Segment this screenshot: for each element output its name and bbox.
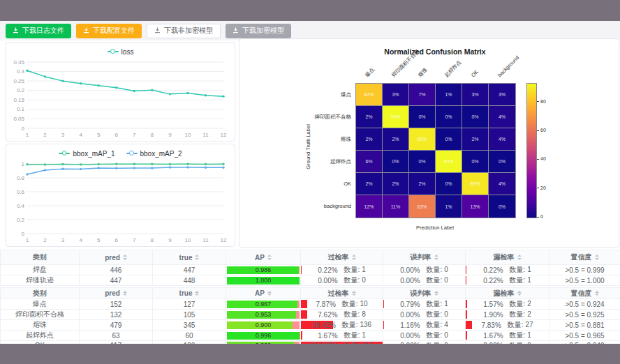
- bbox-map-chart: 00.20.40.60.81123456789101112: [6, 159, 233, 244]
- column-header-label: 类别: [33, 252, 47, 262]
- column-header-过检率[interactable]: 过检率: [301, 250, 383, 265]
- sort-caret-icon[interactable]: [434, 252, 438, 262]
- cell-confidence: >0.5 = 1.000: [549, 275, 620, 286]
- rate-count: 数量: 136: [342, 320, 371, 330]
- legend-item-loss[interactable]: loss: [108, 48, 134, 56]
- confusion-matrix-card: Normalized Confusion Matrix Ground Truth…: [239, 38, 619, 248]
- table-header-row: 类别predtrueAP过检率误判率漏检率置信度: [1, 288, 620, 299]
- rate-percent: 0.79%: [400, 301, 420, 308]
- table-row: 焊盘4464470.9860.22%数量: 10.00%数量: 00.22%数量…: [1, 265, 620, 275]
- matrix-cell: 0%: [436, 173, 462, 195]
- data-point: [26, 70, 28, 72]
- svg-text:4: 4: [79, 132, 82, 138]
- colorbar-tick: 40: [537, 156, 546, 161]
- data-point: [205, 167, 207, 169]
- matrix-cell: 6%: [356, 151, 383, 173]
- sort-caret-icon[interactable]: [517, 289, 522, 298]
- matrix-column-label: 爆点: [364, 66, 376, 79]
- cell-misjudge-rate: 0.00%数量: 0: [383, 265, 466, 275]
- sort-caret-icon[interactable]: [195, 252, 199, 262]
- svg-text:12: 12: [221, 237, 227, 243]
- matrix-cell: 2%: [356, 173, 383, 195]
- svg-text:4: 4: [79, 237, 82, 243]
- sort-caret-icon[interactable]: [195, 289, 199, 298]
- cell-miss-rate: 7.83%数量: 27: [466, 320, 549, 331]
- cell-misjudge-rate: 0.00%数量: 0: [383, 275, 466, 286]
- svg-text:5: 5: [97, 237, 101, 243]
- column-header-label: 误判率: [411, 252, 431, 262]
- matrix-row-label: 爆点: [269, 91, 351, 98]
- rate-percent: 0.00%: [400, 277, 420, 285]
- ap-value: 1.000: [227, 277, 300, 285]
- svg-text:0.8: 0.8: [17, 175, 25, 181]
- svg-text:11: 11: [202, 132, 209, 138]
- legend-item-bbox_mAP_2[interactable]: bbox_mAP_2: [126, 150, 182, 158]
- rate-count: 数量: 27: [508, 320, 533, 330]
- download-unencrypted-model-button[interactable]: 下载非加密模型: [147, 24, 221, 38]
- cell-miss-rate: 1.90%数量: 2: [466, 310, 549, 320]
- column-header-漏检率[interactable]: 漏检率: [466, 250, 549, 265]
- cell-ap: 0.967: [226, 299, 301, 310]
- ap-value: 0.996: [227, 332, 300, 340]
- column-header-AP[interactable]: AP: [226, 288, 301, 299]
- data-point: [115, 167, 117, 169]
- sort-caret-icon[interactable]: [595, 252, 599, 262]
- cell-pred: 63: [80, 331, 153, 341]
- cell-confidence: >0.5 = 0.965: [549, 331, 620, 341]
- rate-count: 数量: 1: [510, 275, 531, 285]
- matrix-row-label: 熔珠: [269, 136, 351, 143]
- cell-over-detection-rate: 1.67%数量: 1: [301, 331, 383, 341]
- data-point: [115, 163, 117, 165]
- matrix-row-label: OK: [269, 181, 351, 187]
- sort-caret-icon[interactable]: [352, 289, 356, 298]
- column-header-置信度[interactable]: 置信度: [549, 288, 620, 299]
- sort-caret-icon[interactable]: [267, 252, 272, 262]
- column-header-label: true: [179, 289, 193, 297]
- column-header-true[interactable]: true: [153, 250, 226, 265]
- data-point: [115, 86, 117, 89]
- matrix-cell: 93%: [436, 151, 462, 173]
- sort-caret-icon[interactable]: [352, 252, 356, 262]
- sort-caret-icon[interactable]: [123, 289, 127, 298]
- data-point: [169, 93, 171, 95]
- sort-caret-icon[interactable]: [267, 289, 272, 298]
- data-point: [133, 167, 135, 169]
- colorbar-tick: 80: [537, 99, 546, 104]
- column-header-置信度[interactable]: 置信度: [549, 250, 620, 265]
- matrix-cell: 0%: [489, 195, 515, 218]
- sort-caret-icon[interactable]: [517, 252, 522, 262]
- column-header-过检率[interactable]: 过检率: [301, 288, 383, 299]
- column-header-label: 过检率: [328, 252, 349, 262]
- svg-text:0.2: 0.2: [17, 217, 25, 223]
- sort-caret-icon[interactable]: [595, 289, 599, 298]
- matrix-cell: 0%: [436, 106, 462, 128]
- column-header-pred[interactable]: pred: [80, 288, 153, 299]
- rate-percent: 0.00%: [400, 266, 420, 274]
- column-header-误判率[interactable]: 误判率: [383, 288, 466, 299]
- download-config-file-button[interactable]: 下载配置文件: [76, 24, 142, 38]
- column-header-pred[interactable]: pred: [80, 250, 153, 265]
- column-header-label: 类别: [33, 289, 47, 298]
- column-header-label: 误判率: [411, 289, 431, 298]
- cell-true: 105: [153, 310, 226, 320]
- cell-pred: 152: [80, 299, 153, 310]
- matrix-column-label: OK: [470, 68, 480, 79]
- legend-item-bbox_mAP_1[interactable]: bbox_mAP_1: [59, 150, 115, 158]
- data-point: [44, 169, 46, 171]
- column-header-误判率[interactable]: 误判率: [383, 250, 466, 265]
- ap-value: 0.953: [227, 311, 300, 319]
- cell-over-detection-rate: 0.00%数量: 0: [301, 275, 383, 286]
- sort-caret-icon[interactable]: [434, 289, 438, 298]
- confusion-matrix-title: Normalized Confusion Matrix: [358, 47, 512, 56]
- matrix-cell: 3%: [462, 84, 489, 106]
- colorbar: [526, 83, 537, 218]
- column-header-true[interactable]: true: [153, 288, 226, 299]
- download-encrypted-model-button[interactable]: 下载加密模型: [226, 24, 291, 38]
- sort-caret-icon[interactable]: [123, 252, 127, 262]
- table-row: 起焊炸点63600.9961.67%数量: 10.00%数量: 01.67%数量…: [1, 331, 620, 341]
- column-header-漏检率[interactable]: 漏检率: [466, 288, 549, 299]
- download-log-file-button[interactable]: 下载日志文件: [6, 24, 71, 38]
- series-line-bbox_mAP_2: [27, 167, 223, 174]
- rate-percent: 1.16%: [400, 321, 420, 329]
- column-header-AP[interactable]: AP: [226, 250, 301, 265]
